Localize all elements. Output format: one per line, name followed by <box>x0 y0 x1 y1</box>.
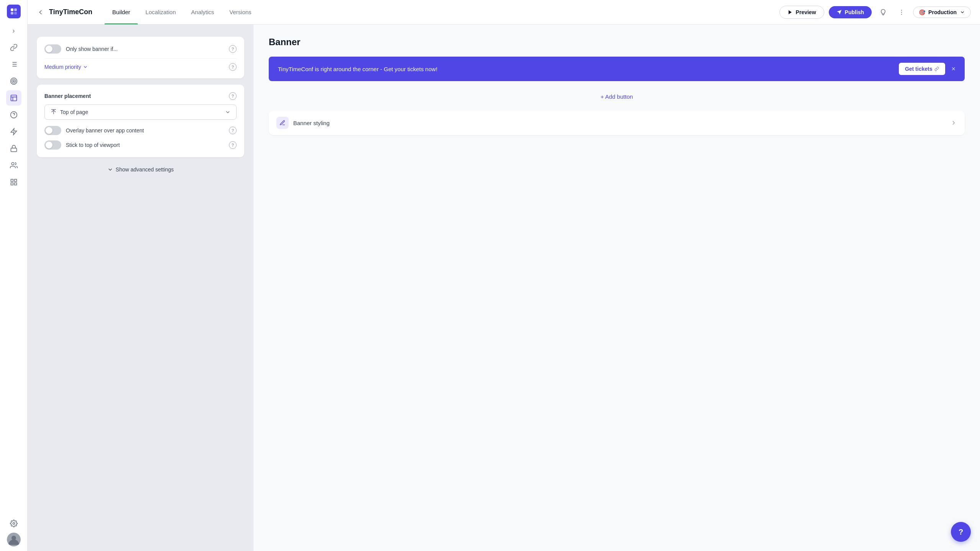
svg-marker-18 <box>11 129 16 135</box>
placement-help[interactable]: ? <box>229 92 237 100</box>
svg-point-33 <box>901 14 902 15</box>
stick-toggle[interactable] <box>44 140 61 150</box>
placement-card: Banner placement ? Top of page <box>37 85 244 157</box>
sidebar-grid-icon[interactable] <box>6 174 21 190</box>
placement-label: Banner placement <box>44 93 91 99</box>
overlay-toggle[interactable] <box>44 126 61 135</box>
tab-analytics[interactable]: Analytics <box>183 0 222 24</box>
bulb-icon[interactable] <box>876 5 890 19</box>
svg-rect-3 <box>14 12 17 15</box>
right-panel: Banner TinyTimeConf is right around the … <box>253 24 980 551</box>
preview-button[interactable]: Preview <box>779 6 824 19</box>
banner-close-button[interactable]: × <box>951 65 956 73</box>
panel-title: Banner <box>269 37 965 47</box>
placement-select[interactable]: Top of page <box>44 104 237 120</box>
banner-styling-card[interactable]: Banner styling <box>269 111 965 135</box>
svg-rect-2 <box>11 12 13 15</box>
banner-preview: TinyTimeConf is right around the corner … <box>269 57 965 81</box>
back-button[interactable] <box>37 8 44 16</box>
banner-cta-button[interactable]: Get tickets <box>899 63 946 75</box>
svg-rect-19 <box>11 148 16 152</box>
svg-point-11 <box>12 79 16 83</box>
nav-tabs: Builder Localization Analytics Versions <box>105 0 259 24</box>
styling-label: Banner styling <box>293 120 330 126</box>
priority-selector[interactable]: Medium priority <box>44 64 88 70</box>
sidebar-settings-icon[interactable] <box>6 516 21 531</box>
priority-help[interactable]: ? <box>229 63 237 71</box>
svg-rect-22 <box>14 179 16 182</box>
user-avatar[interactable] <box>7 533 21 546</box>
overlay-label: Overlay banner over app content <box>66 127 144 134</box>
svg-point-31 <box>901 10 902 10</box>
publish-button[interactable]: Publish <box>829 6 872 18</box>
page-title: TinyTimeCon <box>49 8 92 16</box>
sidebar-target-icon[interactable] <box>6 73 21 89</box>
stick-label: Stick to top of viewport <box>66 142 120 148</box>
svg-rect-13 <box>11 95 16 101</box>
top-nav: TinyTimeCon Builder Localization Analyti… <box>28 0 980 24</box>
svg-rect-24 <box>11 183 13 185</box>
svg-rect-1 <box>14 8 17 11</box>
left-panel: Only show banner if... ? Medium priority… <box>28 24 253 551</box>
advanced-settings-toggle[interactable]: Show advanced settings <box>37 163 244 176</box>
banner-condition-card: Only show banner if... ? Medium priority… <box>37 37 244 78</box>
banner-condition-help[interactable]: ? <box>229 45 237 53</box>
svg-point-25 <box>13 523 15 525</box>
app-logo[interactable] <box>7 5 21 18</box>
environment-selector[interactable]: 🎯 Production <box>913 7 971 18</box>
sidebar-layout-icon[interactable] <box>6 90 21 106</box>
add-button-action[interactable]: + Add button <box>269 89 965 104</box>
stick-help[interactable]: ? <box>229 141 237 149</box>
sidebar-list-icon[interactable] <box>6 57 21 72</box>
placement-value: Top of page <box>60 109 88 115</box>
svg-point-32 <box>901 11 902 12</box>
sidebar-lock-icon[interactable] <box>6 141 21 156</box>
tab-versions[interactable]: Versions <box>222 0 259 24</box>
svg-rect-21 <box>11 179 13 182</box>
svg-marker-30 <box>837 10 841 15</box>
sidebar: › <box>0 0 28 551</box>
styling-icon <box>276 117 289 129</box>
banner-condition-label: Only show banner if... <box>66 46 118 52</box>
sidebar-bolt-icon[interactable] <box>6 124 21 139</box>
svg-marker-28 <box>789 10 792 14</box>
svg-point-20 <box>11 163 14 165</box>
sidebar-users-icon[interactable] <box>6 158 21 173</box>
tab-builder[interactable]: Builder <box>105 0 138 24</box>
more-options-icon[interactable] <box>895 5 908 19</box>
svg-rect-0 <box>11 8 13 11</box>
banner-text: TinyTimeConf is right around the corner … <box>278 66 899 72</box>
overlay-help[interactable]: ? <box>229 127 237 134</box>
banner-condition-toggle[interactable] <box>44 44 61 54</box>
sidebar-expand-icon[interactable]: › <box>6 23 21 38</box>
help-bubble[interactable]: ? <box>951 522 971 542</box>
svg-rect-23 <box>14 183 16 185</box>
sidebar-help-icon[interactable] <box>6 107 21 122</box>
svg-point-12 <box>13 80 14 82</box>
sidebar-link-icon[interactable] <box>6 40 21 55</box>
tab-localization[interactable]: Localization <box>138 0 183 24</box>
